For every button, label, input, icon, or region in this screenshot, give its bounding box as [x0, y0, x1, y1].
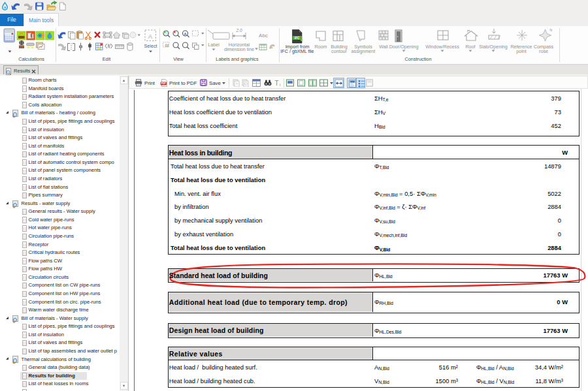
svg-text:?: ? [236, 82, 238, 86]
svg-text:Door/Opening: Door/Opening [389, 44, 419, 50]
svg-text:Roof: Roof [465, 44, 475, 50]
svg-text:2.0: 2.0 [235, 28, 242, 33]
svg-text:Select: Select [144, 43, 157, 49]
svg-text:Slab/Opening: Slab/Opening [479, 44, 508, 50]
svg-text:T: T [274, 80, 278, 87]
svg-text:a: a [4, 5, 7, 9]
svg-text:PDF: PDF [161, 82, 167, 85]
svg-text:Abc: Abc [259, 33, 268, 39]
svg-text:point: point [516, 48, 527, 54]
svg-text:Room: Room [314, 44, 327, 50]
svg-text:I: I [280, 83, 281, 87]
svg-text:A: A [184, 32, 187, 36]
svg-text:IFC / gbXML file: IFC / gbXML file [280, 48, 314, 54]
svg-text:N: N [550, 28, 553, 32]
svg-text:dimension line: dimension line [224, 46, 254, 52]
svg-text:Wall: Wall [379, 44, 388, 50]
svg-text:IFC: IFC [295, 37, 300, 40]
svg-text:contour: contour [331, 48, 348, 54]
svg-text:assignment: assignment [351, 48, 376, 54]
svg-text:Window/Recess: Window/Recess [425, 44, 459, 50]
svg-text:Label: Label [208, 42, 220, 48]
svg-text:A: A [148, 33, 153, 40]
svg-text:rose: rose [539, 48, 548, 54]
